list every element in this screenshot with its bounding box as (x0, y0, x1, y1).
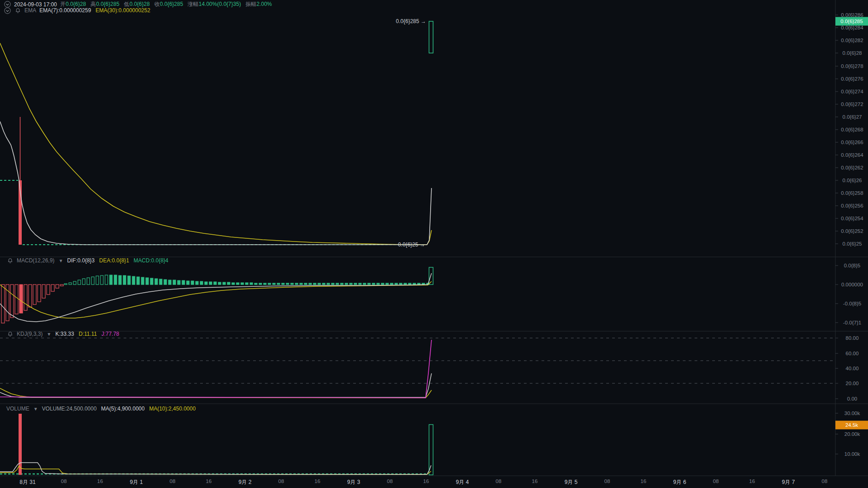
volume-indicator-bar[interactable]: VOLUME ▼ VOLUME:24,500.0000MA(5):4,900.0… (6, 406, 200, 412)
macd-hist-positive (408, 283, 411, 285)
volume-green-bar (429, 425, 433, 475)
kdj-axis-label: 80.00 (838, 335, 866, 341)
collapse-chevron-icon[interactable] (4, 7, 11, 14)
macd-hist-positive (223, 282, 225, 285)
volume-axis-label: 30.00k (838, 411, 866, 416)
time-axis-label: 16 (641, 478, 647, 484)
time-axis-label: 16 (423, 478, 429, 484)
macd-hist-positive (300, 283, 302, 285)
price-axis-label: 0.0{6}262 (838, 165, 866, 170)
volume-ma10-line (0, 466, 431, 474)
time-axis-label: 08 (604, 478, 610, 484)
macd-hist-positive (218, 282, 221, 285)
macd-indicator-bar[interactable]: MACD(12,26,9) ▼ DIF:0.0{8}3DEA:0.0{8}1MA… (6, 257, 173, 264)
macd-hist-positive (250, 283, 253, 285)
macd-hist-positive (114, 275, 117, 285)
volume-values: VOLUME:24,500.0000MA(5):4,900.0000MA(10)… (42, 406, 201, 412)
price-axis-label: 0.0{6}27 (838, 114, 866, 120)
time-axis-label: 9月 6 (673, 478, 686, 486)
chevron-down-icon[interactable]: ▼ (58, 258, 63, 263)
kdj-j-line (0, 340, 432, 398)
price-axis-label: 0.0{6}276 (838, 76, 866, 82)
ohlc-field: 开 0.0{6}28 (60, 1, 86, 7)
ohlc-field-value: 2.00% (256, 1, 272, 7)
price-axis-label: 0.0{6}258 (838, 190, 866, 196)
macd-hist-negative (38, 285, 41, 302)
macd-hist-negative (33, 285, 36, 304)
alert-bell-icon[interactable] (14, 7, 21, 14)
macd-hist-positive (196, 281, 198, 285)
macd-hist-positive (187, 281, 189, 285)
chart-canvas[interactable] (0, 0, 868, 488)
macd-hist-positive (182, 280, 185, 285)
chevron-down-icon[interactable]: ▼ (34, 406, 38, 411)
time-axis-label: 8月 31 (19, 478, 35, 486)
macd-hist-negative (56, 285, 59, 288)
macd-title: MACD(12,26,9) (17, 257, 54, 264)
ohlc-field: 振幅 2.00% (245, 1, 272, 7)
macd-hist-positive (363, 283, 366, 285)
ema-indicator-bar[interactable]: EMA EMA(7):0.000000259EMA(30):0.00000025… (4, 7, 155, 14)
macd-hist-negative (47, 285, 50, 295)
time-axis[interactable]: 8月 3108169月 108169月 208169月 308169月 4081… (0, 476, 868, 488)
alert-bell-icon[interactable] (6, 330, 14, 338)
kdj-axis-label: 60.00 (838, 351, 866, 356)
macd-hist-positive (141, 277, 144, 285)
time-axis-label: 08 (387, 478, 393, 484)
time-axis-label: 16 (532, 478, 538, 484)
macd-hist-positive (132, 276, 135, 285)
macd-hist-positive (209, 282, 212, 285)
macd-hist-positive (417, 283, 420, 285)
kdj-indicator-bar[interactable]: KDJ(9,3,3) ▼ K:33.33D:11.11J:77.78 (6, 330, 124, 338)
macd-hist-positive (331, 283, 334, 285)
macd-hist-positive (368, 283, 370, 285)
macd-hist-positive (345, 283, 348, 285)
alert-bell-icon[interactable] (6, 257, 14, 264)
macd-hist-positive (146, 278, 149, 285)
macd-hist-positive (377, 283, 379, 285)
price-axis-label: 0.0{6}25 (838, 241, 866, 246)
kdj-d-line (0, 388, 432, 398)
macd-hist-negative (15, 285, 18, 314)
time-axis-label: 08 (170, 478, 176, 484)
macd-hist-positive (381, 283, 384, 285)
time-axis-label: 08 (278, 478, 284, 484)
macd-hist-positive (413, 283, 416, 285)
macd-hist-positive (159, 279, 162, 285)
ema-value: EMA(7):0.000000259 (39, 7, 91, 14)
macd-value: MACD:0.0{8}4 (134, 257, 168, 264)
volume-value: MA(10):2,450.0000 (149, 406, 196, 412)
ema-value: EMA(30):0.000000252 (96, 7, 150, 14)
plot-price-label: 0.0{6}285 → (396, 18, 426, 24)
ohlc-field-label: 涨幅 (187, 1, 200, 7)
price-axis-label: 0.0{6}254 (838, 216, 866, 221)
macd-hist-positive (123, 275, 126, 285)
macd-hist-positive (236, 283, 239, 285)
ohlc-field-value: 0.0{6}285 (96, 1, 119, 7)
macd-hist-negative (29, 285, 32, 307)
macd-hist-positive (372, 283, 375, 285)
macd-hist-negative (24, 285, 27, 310)
time-axis-label: 08 (822, 478, 828, 484)
chevron-down-icon[interactable]: ▼ (47, 332, 51, 337)
time-axis-label: 08 (496, 478, 502, 484)
macd-hist-negative (60, 285, 63, 286)
macd-value: DEA:0.0{8}1 (99, 257, 129, 264)
macd-hist-positive (73, 281, 76, 285)
price-axis-label: 0.0{6}268 (838, 127, 866, 132)
macd-hist-positive (291, 283, 293, 285)
kdj-value: K:33.33 (55, 331, 74, 337)
time-axis-label: 08 (61, 478, 67, 484)
macd-hist-positive (309, 283, 312, 285)
macd-hist-positive (91, 277, 94, 285)
volume-ma5-line (0, 463, 431, 474)
macd-hist-negative (19, 285, 23, 313)
macd-values: DIF:0.0{8}3DEA:0.0{8}1MACD:0.0{8}4 (67, 257, 173, 264)
ema30-line (0, 43, 432, 245)
macd-hist-positive (232, 283, 235, 285)
macd-hist-positive (264, 283, 266, 285)
ema7-line (0, 121, 432, 245)
ohlc-field-value: 0.0{6}28 (129, 1, 150, 7)
price-axis[interactable] (835, 0, 868, 476)
price-axis-label: 0.0{6}264 (838, 152, 866, 158)
